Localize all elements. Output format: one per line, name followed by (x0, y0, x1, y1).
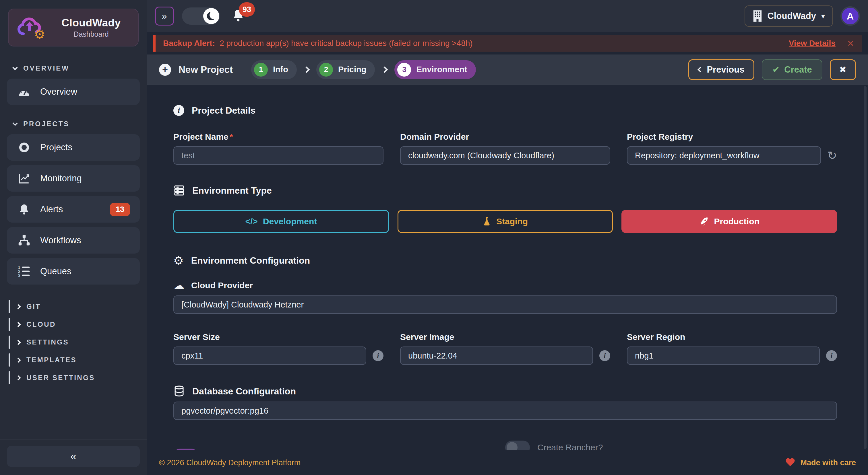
server-size-select[interactable]: cpx11 (174, 346, 366, 365)
env-staging-button[interactable]: Staging (398, 210, 613, 233)
cloud-provider-select[interactable]: [CloudWady] Cloudwady Hetzner (174, 296, 837, 314)
close-wizard-button[interactable]: ✖ (830, 59, 856, 80)
flask-icon (483, 216, 491, 226)
heart-icon (785, 459, 795, 467)
brand-subtitle: Dashboard (53, 30, 129, 38)
project-name-label: Project Name (174, 132, 228, 141)
org-switcher-button[interactable]: CloudWady ▾ (745, 5, 833, 27)
server-region-field-group: Server Region nbg1 i (627, 332, 837, 365)
cloud-upload-gear-logo-icon: ⚙ (17, 16, 45, 38)
sidebar-item-overview[interactable]: Overview (7, 78, 140, 105)
code-icon: </> (245, 216, 257, 226)
database-image-select[interactable]: pgvector/pgvector:pg16 (174, 402, 837, 420)
sidebar-item-monitoring[interactable]: Monitoring (7, 165, 140, 192)
cloud-provider-label: ☁ Cloud Provider (174, 280, 837, 291)
sidebar-collapsed-groups: GIT CLOUD SETTINGS TEMPLATES USER SETTIN… (0, 300, 147, 389)
sidebar-group-cloud[interactable]: CLOUD (9, 318, 147, 331)
env-development-button[interactable]: </> Development (174, 210, 389, 233)
chevron-right-icon (16, 322, 21, 327)
svg-text:3: 3 (18, 273, 20, 277)
create-app-toggle[interactable] (174, 449, 198, 450)
sidebar-group-user-settings[interactable]: USER SETTINGS (9, 371, 147, 384)
create-rancher-label: Create Rancher? (537, 443, 603, 450)
topbar: » 93 CloudWady ▾ A (147, 0, 868, 32)
brand-logo-card: ⚙ CloudWady Dashboard (8, 9, 138, 46)
section-database-configuration: Database Configuration (174, 385, 837, 397)
chevron-down-icon (12, 121, 18, 126)
user-avatar[interactable]: A (840, 6, 860, 26)
notification-count-badge: 93 (239, 2, 255, 16)
sidebar-group-settings[interactable]: SETTINGS (9, 336, 147, 349)
create-app-toggle-group: Create App? (174, 441, 505, 450)
ordered-list-icon: 123 (17, 265, 32, 277)
chevron-right-icon (381, 66, 388, 73)
sidebar-group-git[interactable]: GIT (9, 300, 147, 313)
backup-alert-banner: Backup Alert: 2 production app(s) have c… (153, 35, 862, 52)
brand-title: CloudWady (53, 17, 129, 29)
cloud-icon: ☁ (174, 280, 184, 291)
gear-icon: ⚙ (34, 28, 45, 41)
create-rancher-toggle-group: Create Rancher? Disabled for Maintenance (505, 441, 837, 450)
domain-provider-label: Domain Provider (400, 132, 610, 142)
alert-close-icon[interactable]: ✕ (847, 38, 854, 48)
sidebar-item-queues[interactable]: 123 Queues (7, 258, 140, 284)
database-icon (174, 385, 185, 397)
scrollbar-thumb[interactable] (864, 86, 867, 449)
alert-title: Backup Alert: (163, 39, 215, 48)
env-production-button[interactable]: Production (621, 210, 837, 233)
footer: © 2026 CloudWady Deployment Platform Mad… (147, 450, 868, 475)
sidebar-collapse-button[interactable]: « (7, 446, 140, 467)
info-icon[interactable]: i (826, 350, 837, 361)
server-image-label: Server Image (400, 332, 610, 342)
chevron-left-icon (698, 67, 703, 72)
info-icon[interactable]: i (599, 350, 610, 361)
wizard-title: New Project (179, 64, 233, 75)
project-name-input[interactable] (174, 146, 383, 165)
sidebar-item-projects[interactable]: Projects (7, 134, 140, 161)
chevron-right-icon (16, 340, 21, 345)
refresh-icon[interactable]: ↻ (827, 150, 837, 161)
made-with-care-text: Made with care (800, 459, 856, 467)
chevron-down-icon (12, 65, 18, 70)
rocket-icon (699, 216, 709, 226)
chevron-right-icon (16, 375, 21, 380)
domain-provider-select[interactable]: cloudwady.com (Cloudwady Cloudflare) (400, 146, 610, 165)
info-icon[interactable]: i (373, 350, 383, 361)
alert-message: 2 production app(s) have critical backup… (220, 39, 473, 48)
form-content: i Project Details Project Name* Domain P… (147, 85, 868, 450)
moon-icon (207, 12, 216, 20)
dark-mode-toggle[interactable] (182, 7, 220, 25)
sidebar-item-workflows[interactable]: Workflows (7, 227, 140, 253)
bell-icon (17, 203, 32, 215)
section-project-details: i Project Details (174, 105, 837, 116)
wizard-step-pricing[interactable]: 2 Pricing (316, 60, 375, 79)
project-registry-select[interactable]: Repository: deployment_workflow (627, 146, 821, 165)
server-size-label: Server Size (174, 332, 383, 342)
sidebar-group-templates[interactable]: TEMPLATES (9, 353, 147, 367)
sidebar-expand-button[interactable]: » (155, 7, 174, 26)
sidebar: ⚙ CloudWady Dashboard OVERVIEW Overview … (0, 0, 147, 475)
wizard-header: + New Project 1 Info 2 Pricing 3 Environ… (147, 55, 868, 85)
server-image-select[interactable]: ubuntu-22.04 (400, 346, 593, 365)
create-rancher-toggle[interactable] (505, 441, 530, 450)
chevron-right-icon (16, 304, 21, 309)
previous-button[interactable]: Previous (688, 59, 754, 80)
sidebar-item-alerts[interactable]: Alerts 13 (7, 196, 140, 223)
circle-icon (17, 142, 32, 152)
notifications-bell[interactable]: 93 (231, 8, 245, 24)
sidebar-group-overview[interactable]: OVERVIEW (13, 64, 147, 72)
server-region-label: Server Region (627, 332, 837, 342)
view-details-link[interactable]: View Details (789, 39, 836, 48)
wizard-step-info[interactable]: 1 Info (251, 60, 297, 79)
chevron-right-icon (16, 358, 21, 363)
server-image-field-group: Server Image ubuntu-22.04 i (400, 332, 610, 365)
chart-line-icon (17, 172, 32, 184)
server-region-select[interactable]: nbg1 (627, 346, 820, 365)
check-icon: ✔ (772, 64, 780, 75)
main-area: » 93 CloudWady ▾ A Backup Alert: 2 produ… (147, 0, 868, 475)
create-button[interactable]: ✔ Create (762, 59, 822, 80)
wizard-step-environment[interactable]: 3 Environment (394, 60, 476, 79)
project-name-field-group: Project Name* (174, 132, 383, 165)
section-environment-configuration: ⚙ Environment Configuration (174, 255, 837, 266)
sidebar-group-projects[interactable]: PROJECTS (13, 120, 147, 128)
